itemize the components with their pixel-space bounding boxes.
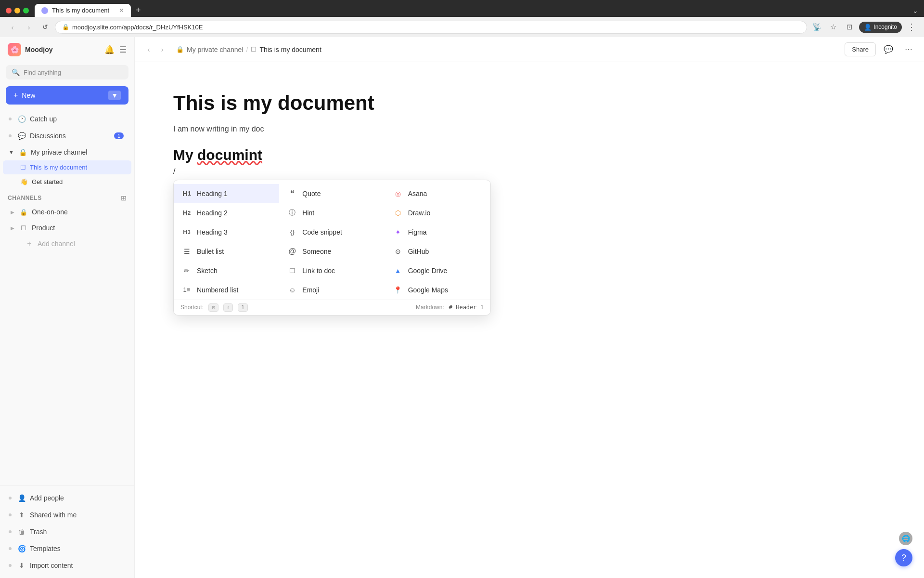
lock-icon: 🔒 [62, 24, 69, 30]
sidebar-item-templates[interactable]: 🌀 Templates [3, 540, 131, 557]
github-label: GitHub [408, 248, 429, 255]
figma-label: Figma [408, 228, 427, 236]
heading2-label: Heading 2 [197, 209, 228, 217]
new-btn-plus-icon: + [13, 91, 18, 100]
globe-button[interactable]: 🌐 [899, 532, 912, 545]
slash-item-drawio[interactable]: ⬡ Draw.io [385, 203, 490, 223]
sidebar-item-add-people[interactable]: 👤 Add people [3, 490, 131, 506]
tl-green[interactable] [23, 8, 29, 13]
forward-button[interactable]: › [22, 20, 36, 34]
channel-expand-icon: ▼ [9, 149, 14, 155]
sidebar-doc-get-started[interactable]: 👋 Get started [3, 175, 131, 189]
bullet-list-icon: ☰ [181, 246, 192, 257]
slash-item-emoji[interactable]: ☺ Emoji [279, 280, 385, 300]
sidebar-item-import-content[interactable]: ⬇ Import content [3, 557, 131, 574]
new-btn-label: New [22, 92, 35, 99]
cast-icon[interactable]: 📡 [810, 20, 823, 34]
split-view-icon[interactable]: ⊡ [843, 20, 856, 34]
browser-tab[interactable]: This is my document ✕ [35, 4, 131, 17]
sidebar-item-my-private-channel[interactable]: ▼ 🔒 My private channel [3, 144, 131, 160]
sidebar-item-catch-up[interactable]: 🕐 Catch up [3, 111, 131, 127]
new-btn-arrow-icon[interactable]: ▼ [108, 91, 121, 100]
address-bar[interactable]: 🔒 moodjoy.slite.com/app/docs/r_DHzUYfHSK… [55, 21, 807, 34]
tab-dropdown-arrow[interactable]: ⌄ [912, 7, 918, 14]
sidebar-item-trash[interactable]: 🗑 Trash [3, 524, 131, 540]
slash-item-github[interactable]: ⊙ GitHub [385, 242, 490, 261]
slash-item-bullet-list[interactable]: ☰ Bullet list [174, 242, 279, 261]
asana-label: Asana [408, 190, 427, 197]
new-button[interactable]: + New ▼ [6, 86, 128, 105]
heading3-icon: H3 [181, 227, 192, 237]
search-box[interactable]: 🔍 Find anything [6, 65, 128, 79]
new-button-container: + New ▼ [0, 84, 134, 110]
sidebar-doc-this-is-my-document[interactable]: ☐ This is my document [3, 160, 131, 174]
google-maps-label: Google Maps [408, 286, 448, 294]
import-label: Import content [30, 562, 73, 569]
shared-with-me-icon: ⬆ [17, 511, 26, 519]
reload-button[interactable]: ↺ [38, 20, 52, 34]
slash-item-link-to-doc[interactable]: ☐ Link to doc [279, 261, 385, 280]
new-tab-button[interactable]: + [131, 5, 146, 15]
breadcrumb-channel[interactable]: My private channel [187, 46, 244, 53]
shared-dot [9, 513, 12, 516]
drawio-icon: ⬡ [393, 208, 403, 218]
back-nav-arrow[interactable]: ‹ [142, 43, 155, 56]
code-snippet-icon: {} [287, 227, 297, 237]
slash-item-someone[interactable]: @ Someone [279, 242, 385, 261]
document-body: I am now writing in my doc [173, 123, 886, 135]
breadcrumb-current-doc[interactable]: This is my document [259, 46, 321, 53]
slash-item-asana[interactable]: ◎ Asana [385, 184, 490, 203]
templates-icon: 🌀 [17, 544, 26, 553]
slash-item-quote[interactable]: ❝ Quote [279, 184, 385, 203]
discussions-icon: 💬 [17, 131, 26, 140]
slash-item-figma[interactable]: ✦ Figma [385, 223, 490, 242]
workspace-selector[interactable]: 🌸 Moodjoy [8, 43, 53, 56]
slash-col-3: ◎ Asana ⬡ Draw.io ✦ Figma ⊙ [385, 184, 490, 300]
kbd-cmd: ⌘ [208, 303, 218, 312]
add-channel-icon[interactable]: ⊞ [121, 194, 127, 202]
slash-item-heading2[interactable]: H2 Heading 2 [174, 203, 279, 223]
tl-red[interactable] [6, 8, 12, 13]
help-button[interactable]: ? [895, 549, 912, 566]
trash-icon: 🗑 [17, 527, 26, 536]
sidebar-item-discussions[interactable]: 💬 Discussions 1 [3, 128, 131, 144]
bookmark-icon[interactable]: ☆ [826, 20, 840, 34]
notifications-icon[interactable]: 🔔 [104, 45, 115, 55]
sidebar-channel-product[interactable]: ▶ ☐ Product [3, 220, 131, 236]
url-text: moodjoy.slite.com/app/docs/r_DHzUYfHSK10… [72, 24, 203, 31]
comment-icon[interactable]: 💬 [881, 42, 896, 57]
sidebar-channel-one-on-one[interactable]: ▶ 🔒 One-on-one [3, 204, 131, 220]
slash-dropdown-footer: Shortcut: ⌘ ⇧ 1 Markdown: # Header 1 [174, 300, 490, 315]
slash-item-heading1[interactable]: H1 Heading 1 [174, 184, 279, 203]
tl-yellow[interactable] [14, 8, 20, 13]
slash-item-numbered-list[interactable]: 1≡ Numbered list [174, 280, 279, 300]
slash-trigger[interactable]: / [173, 167, 886, 176]
back-button[interactable]: ‹ [6, 20, 19, 34]
asana-icon: ◎ [393, 188, 403, 199]
channel-label: One-on-one [32, 208, 68, 216]
browser-menu-icon[interactable]: ⋮ [905, 20, 918, 34]
doc-icon: ☐ [20, 164, 26, 171]
breadcrumb-separator: / [246, 46, 248, 53]
lock-icon-one-on-one: 🔒 [19, 208, 28, 216]
slash-item-hint[interactable]: ⓘ Hint [279, 203, 385, 223]
slash-item-code-snippet[interactable]: {} Code snippet [279, 223, 385, 242]
heading1-label: Heading 1 [197, 190, 228, 197]
slash-item-google-maps[interactable]: 📍 Google Maps [385, 280, 490, 300]
sidebar-item-shared-with-me[interactable]: ⬆ Shared with me [3, 507, 131, 523]
breadcrumb-lock-icon: 🔒 [176, 46, 184, 53]
sidebar-add-channel[interactable]: + Add channel [3, 236, 131, 251]
tab-close-icon[interactable]: ✕ [119, 7, 124, 14]
doc-label: This is my document [30, 164, 87, 171]
sidebar-toggle-icon[interactable]: ☰ [119, 45, 127, 55]
incognito-button[interactable]: 👤 Incognito [859, 22, 902, 33]
slash-item-sketch[interactable]: ✏ Sketch [174, 261, 279, 280]
breadcrumb-doc-icon: ☐ [251, 46, 257, 53]
share-button[interactable]: Share [845, 42, 876, 56]
forward-nav-arrow[interactable]: › [156, 43, 168, 56]
more-options-icon[interactable]: ⋯ [901, 42, 916, 57]
slash-item-google-drive[interactable]: ▲ Google Drive [385, 261, 490, 280]
document-heading2: My documint [173, 147, 886, 163]
slash-item-heading3[interactable]: H3 Heading 3 [174, 223, 279, 242]
channel-arrow-product: ▶ [11, 225, 14, 231]
